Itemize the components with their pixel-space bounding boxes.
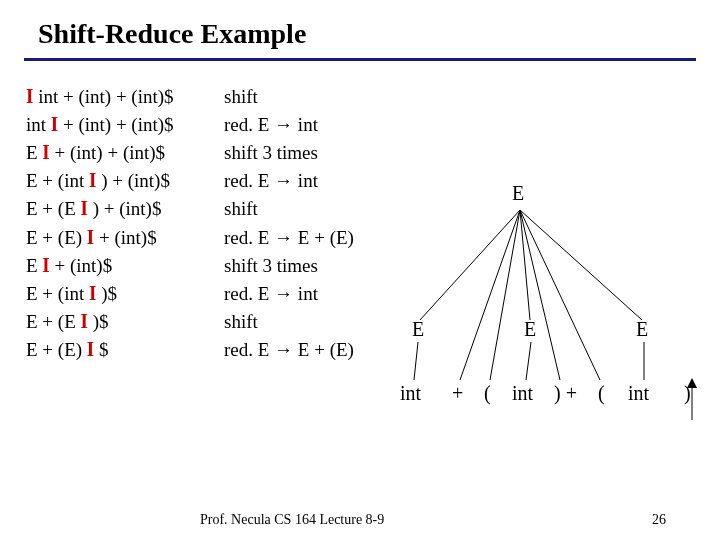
svg-line-8 [526, 342, 531, 380]
svg-line-1 [460, 210, 520, 380]
tree-mid-0: E [412, 318, 424, 341]
svg-line-5 [520, 210, 600, 380]
action-row-8: shift [224, 308, 414, 336]
leaf-3: int [512, 382, 533, 405]
parse-tree: E E E E int + ( int ) + ( int ) [400, 170, 710, 480]
svg-line-3 [520, 210, 530, 320]
slide-title: Shift-Reduce Example [0, 0, 720, 58]
tree-root: E [512, 182, 524, 205]
leaf-6: int [628, 382, 649, 405]
cursor-bar: I [87, 335, 94, 365]
leaf-5: ( [598, 382, 605, 405]
action-row-0: shift [224, 83, 414, 111]
action-row-5: red. E → E + (E) [224, 224, 414, 252]
action-row-4: shift [224, 195, 414, 223]
svg-line-6 [520, 210, 642, 320]
tree-mid-1: E [524, 318, 536, 341]
tree-mid-2: E [636, 318, 648, 341]
footer-left: Prof. Necula CS 164 Lecture 8-9 [200, 512, 384, 528]
action-row-9: red. E → E + (E) [224, 336, 414, 364]
cursor-bar: I [89, 279, 96, 309]
svg-line-2 [490, 210, 520, 380]
action-row-1: red. E → int [224, 111, 414, 139]
col-configurations: I int + (int) + (int)$int I + (int) + (i… [26, 83, 224, 364]
cursor-bar: I [87, 223, 94, 253]
cursor-bar: I [89, 167, 96, 197]
action-row-7: red. E → int [224, 280, 414, 308]
config-row-3: E + (int I ) + (int)$ [26, 167, 224, 195]
cursor-bar: I [26, 82, 33, 112]
leaf-7: ) [684, 382, 691, 405]
config-row-8: E + (E I )$ [26, 308, 224, 336]
config-row-7: E + (int I )$ [26, 280, 224, 308]
svg-line-7 [414, 342, 418, 380]
leaf-1: + [452, 382, 463, 405]
leaf-0: int [400, 382, 421, 405]
svg-line-4 [520, 210, 560, 380]
config-row-6: E I + (int)$ [26, 252, 224, 280]
cursor-bar: I [42, 139, 49, 169]
svg-line-0 [420, 210, 520, 320]
config-row-9: E + (E) I $ [26, 336, 224, 364]
leaf-2: ( [484, 382, 491, 405]
config-row-0: I int + (int) + (int)$ [26, 83, 224, 111]
cursor-bar: I [81, 195, 88, 225]
cursor-bar: I [51, 110, 58, 140]
footer-right: 26 [652, 512, 666, 528]
config-row-1: int I + (int) + (int)$ [26, 111, 224, 139]
config-row-2: E I + (int) + (int)$ [26, 139, 224, 167]
col-actions: shiftred. E → intshift 3 timesred. E → i… [224, 83, 414, 364]
action-row-3: red. E → int [224, 167, 414, 195]
cursor-bar: I [42, 251, 49, 281]
leaf-4: ) + [554, 382, 577, 405]
action-row-2: shift 3 times [224, 139, 414, 167]
action-row-6: shift 3 times [224, 252, 414, 280]
config-row-5: E + (E) I + (int)$ [26, 224, 224, 252]
config-row-4: E + (E I ) + (int)$ [26, 195, 224, 223]
cursor-bar: I [81, 307, 88, 337]
